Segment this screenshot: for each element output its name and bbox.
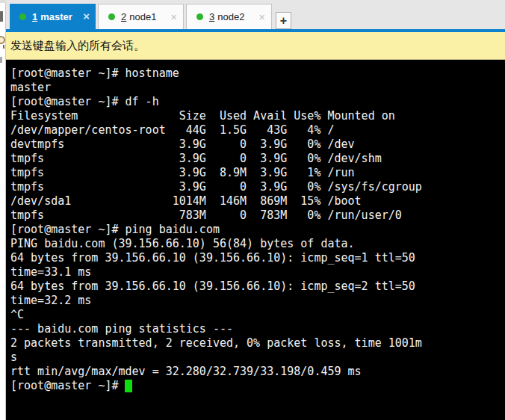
tab-session-name: master [40,11,72,22]
close-tab-icon[interactable]: × [83,10,90,22]
session-connected-icon [108,13,115,20]
terminal-cursor [125,380,132,392]
terminal-output: [root@master ~]# hostname master [root@m… [6,60,505,393]
tab-node1[interactable]: 2node1 × [98,4,184,29]
left-panel-edge [0,0,6,420]
tab-session-name: node1 [129,11,156,22]
broadcast-notice-bar: 发送键盘输入的所有会话。 [6,32,505,60]
panel-icon-fragment [0,57,2,63]
tab-number: 2 [121,11,126,22]
new-tab-button[interactable]: + [276,12,291,29]
session-tab-bar: 1master × 2node1 × 3node2 × + [6,0,505,29]
close-tab-icon[interactable]: × [258,10,265,22]
xshell-window: 1master × 2node1 × 3node2 × + 发送键盘输入的所有会… [0,0,505,420]
tab-session-name: node2 [217,11,244,22]
tab-number: 3 [209,11,214,22]
terminal[interactable]: [root@master ~]# hostname master [root@m… [6,60,505,420]
panel-icon-fragment [0,11,3,22]
magnifier-icon-handle [3,45,4,49]
session-connected-icon [196,13,203,20]
notice-text: 发送键盘输入的所有会话。 [10,39,145,53]
tab-label: 1master [32,11,72,22]
tab-master[interactable]: 1master × [10,4,96,29]
panel-edge-cap [0,0,6,3]
magnifier-icon [0,36,5,44]
tab-node2[interactable]: 3node2 × [186,4,272,29]
tab-label: 3node2 [209,11,244,22]
tab-number: 1 [32,11,37,22]
close-tab-icon[interactable]: × [170,10,177,22]
session-connected-icon [19,13,26,20]
tab-label: 2node1 [121,11,156,22]
